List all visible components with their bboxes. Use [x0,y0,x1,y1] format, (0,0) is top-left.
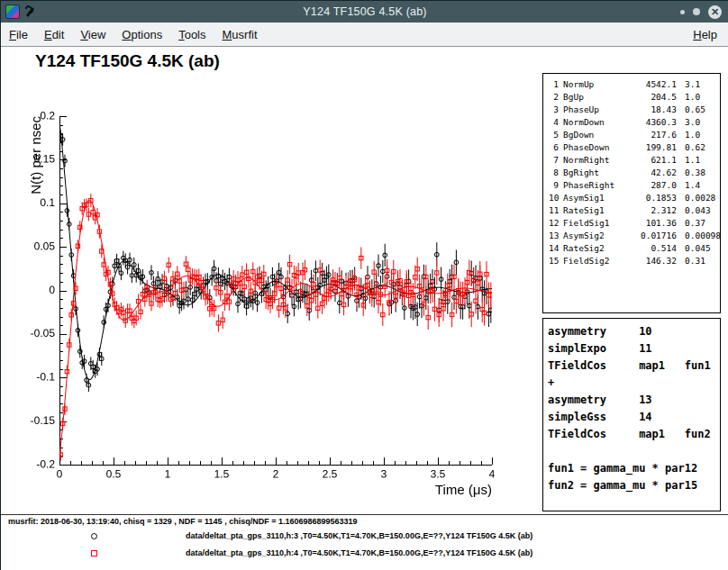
param-value: 2.312 [626,204,677,217]
maximize-button[interactable] [693,8,700,15]
plot-canvas[interactable] [17,84,508,503]
parameter-row: 1NormUp4542.13.1 [549,78,718,91]
param-value: 0.01716 [626,230,677,242]
wrench-icon [24,6,36,18]
param-value: 18.43 [626,104,677,116]
param-name: AsymSig2 [563,230,626,242]
param-name: NormRight [563,154,626,167]
param-error: 3.1 [677,78,718,91]
param-name: FieldSig1 [563,217,626,230]
param-error: 0.0028 [677,192,718,204]
legend-label: data/deltat_pta_gps_3110,h:4 ,T0=4.50K,T… [186,548,532,557]
menu-file[interactable]: File [1,28,36,41]
param-value: 621.1 [626,154,677,167]
menu-edit[interactable]: Edit [36,28,72,41]
menu-options[interactable]: Options [114,28,170,41]
param-error: 3.0 [677,116,718,129]
theory-panel-text: asymmetry 10simplExpo 11TFieldCos map1 f… [543,319,720,494]
param-index: 12 [549,217,563,230]
window-controls: ✕ [680,1,722,23]
theory-line: fun1 = gamma_mu * par12 [548,460,720,477]
param-index: 10 [549,192,563,204]
param-name: AsymSig1 [563,192,626,204]
canvas-area: Y124 TF150G 4.5K (ab) 1NormUp4542.13.12B… [1,47,728,570]
parameter-panel: 1NormUp4542.13.12BgUp204.51.03PhaseUp18.… [542,73,721,313]
menu-help[interactable]: Help [685,28,725,41]
param-error: 0.045 [677,242,718,255]
param-error: 0.62 [677,141,718,154]
parameter-row: 11RateSig12.3120.043 [549,204,718,217]
menu-musrfit[interactable]: Musrfit [214,28,266,41]
theory-line: TFieldCos map1 fun2 [548,426,720,443]
legend-item: data/deltat_pta_gps_3110,h:3 ,T0=4.50K,T… [1,531,728,544]
param-error: 0.65 [677,104,718,116]
theory-line: simpleGss 14 [548,409,720,426]
param-name: BgUp [563,91,626,104]
app-window: Y124 TF150G 4.5K (ab) ✕ File Edit View O… [0,0,728,570]
parameter-row: 14RateSig20.5140.045 [549,242,718,255]
param-name: NormUp [563,78,626,91]
param-value: 4360.3 [626,116,677,129]
page-title: Y124 TF150G 4.5K (ab) [35,51,220,71]
param-name: BgDown [563,129,626,141]
param-index: 6 [549,141,563,154]
param-index: 1 [549,78,563,91]
legend-item: data/deltat_pta_gps_3110,h:4 ,T0=4.50K,T… [1,548,728,561]
param-error: 0.37 [677,217,718,230]
menu-view[interactable]: View [72,28,114,41]
param-value: 0.514 [626,242,677,255]
parameter-row: 7NormRight621.11.1 [549,154,718,167]
param-index: 8 [549,167,563,179]
theory-line: TFieldCos map1 fun1 [548,357,720,375]
param-value: 217.6 [626,129,677,141]
param-value: 146.32 [626,255,677,267]
parameter-row: 6PhaseDown199.810.62 [549,141,718,154]
param-index: 11 [549,204,563,217]
param-value: 101.36 [626,217,677,230]
theory-line: fun2 = gamma_mu * par15 [548,477,720,494]
param-error: 0.31 [677,255,718,267]
fit-info: musrfit: 2018-06-30, 13:19:40, chisq = 1… [8,517,357,526]
parameter-row: 5BgDown217.61.0 [549,129,718,141]
parameter-row: 2BgUp204.51.0 [549,91,718,104]
parameter-row: 4NormDown4360.33.0 [549,116,718,129]
param-index: 13 [549,230,563,242]
titlebar: Y124 TF150G 4.5K (ab) ✕ [1,1,728,23]
parameter-row: 8BgRight42.620.38 [549,167,718,179]
param-value: 204.5 [626,91,677,104]
parameter-row: 10AsymSig10.18530.0028 [549,192,718,204]
theory-line: + [548,375,720,392]
parameter-row: 3PhaseUp18.430.65 [549,104,718,116]
param-name: NormDown [563,116,626,129]
param-error: 0.043 [677,204,718,217]
param-error: 1.4 [677,179,718,192]
param-value: 0.1853 [626,192,677,204]
menu-tools[interactable]: Tools [170,28,214,41]
param-value: 199.81 [626,141,677,154]
footer-divider [1,514,728,515]
param-index: 14 [549,242,563,255]
close-button[interactable]: ✕ [708,5,722,19]
app-icon [6,5,19,18]
param-value: 4542.1 [626,78,677,91]
square-marker-icon [91,550,97,556]
param-name: RateSig2 [563,242,626,255]
titlebar-icons [6,1,36,23]
param-name: PhaseUp [563,104,626,116]
minimize-button[interactable] [680,10,685,14]
param-index: 3 [549,104,563,116]
parameter-row: 13AsymSig20.017160.00098 [549,230,718,242]
theory-line: asymmetry 10 [548,323,720,340]
param-error: 1.0 [677,129,718,141]
param-value: 287.0 [626,179,677,192]
param-error: 1.0 [677,91,718,104]
parameter-row: 15FieldSig2146.320.31 [549,255,718,267]
param-error: 0.00098 [677,230,721,242]
param-name: PhaseRight [563,179,626,192]
circle-marker-icon [91,533,97,539]
legend-label: data/deltat_pta_gps_3110,h:3 ,T0=4.50K,T… [186,531,532,540]
param-index: 15 [549,255,563,267]
param-error: 0.38 [677,167,718,179]
theory-panel: asymmetry 10simplExpo 11TFieldCos map1 f… [542,318,721,511]
param-index: 2 [549,91,563,104]
